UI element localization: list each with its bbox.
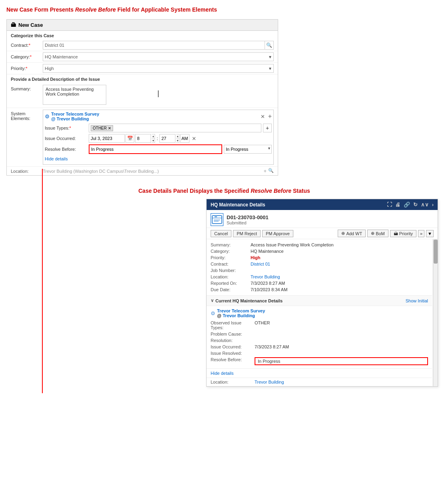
- detail-summary-label: Summary:: [211, 242, 251, 247]
- issue-types-label: Issue Types:*: [45, 126, 89, 130]
- se-name-row: ⚙ Trevor Telecom Survey @ Trevor Buildin…: [211, 308, 428, 318]
- issue-occurred-detail-value: 7/3/2023 8:27 AM: [255, 344, 289, 349]
- bom-button[interactable]: ⊕ BoM: [367, 230, 388, 237]
- detail-contract-label: Contract:: [211, 262, 251, 266]
- min-up-arrow[interactable]: ▲: [176, 134, 179, 139]
- system-elements-label: System Elements:: [11, 110, 43, 121]
- current-hq-title: ∨ Current HQ Maintenance Details: [211, 298, 283, 303]
- detail-reported-on-label: Reported On:: [211, 281, 251, 286]
- detail-priority-label: Priority:: [211, 255, 251, 260]
- pm-approve-button[interactable]: PM Approve: [262, 230, 293, 237]
- case-status-value: Submitted: [227, 220, 269, 225]
- detail-job-number-row: Job Number:: [211, 267, 428, 274]
- contract-search-icon[interactable]: 🔍: [265, 41, 273, 50]
- se-close-icon[interactable]: ✕: [261, 114, 265, 120]
- summary-textarea[interactable]: Access Issue Preventing Work Completion: [43, 85, 106, 105]
- link-icon[interactable]: 🔗: [404, 202, 410, 208]
- hour-spinner-arrows[interactable]: ▲ ▼: [152, 134, 155, 143]
- contract-input[interactable]: 🔍: [43, 41, 274, 50]
- resolve-before-detail-row: Resolve Before: In Progress: [211, 356, 428, 366]
- system-element-block-details: ⚙ Trevor Telecom Survey @ Trevor Buildin…: [207, 306, 432, 369]
- priority-select[interactable]: High Medium Low: [43, 64, 274, 73]
- add-wt-button[interactable]: ⊕ Add WT: [338, 230, 366, 237]
- form-header-label: New Case: [18, 22, 43, 28]
- bom-plus-icon: ⊕: [371, 231, 374, 236]
- resolve-before-select[interactable]: In Progress Submitted Approved Closed: [224, 145, 272, 154]
- contract-text-input[interactable]: [43, 42, 265, 48]
- resolution-label: Resolution:: [211, 338, 255, 343]
- hour-up-arrow[interactable]: ▲: [152, 134, 155, 139]
- summary-label: Summary:: [11, 85, 43, 91]
- detail-priority-value: High: [251, 255, 428, 260]
- form-header-icon: 🏔: [11, 22, 16, 28]
- expand-icon[interactable]: ⛶: [387, 202, 392, 208]
- min-spinner-arrows[interactable]: ▲ ▼: [176, 134, 179, 143]
- detail-priority-row: Priority: High: [211, 254, 428, 261]
- collapse-icon[interactable]: ∧∨: [421, 202, 429, 208]
- se-header-icons: ✕ +: [261, 113, 272, 120]
- problem-cause-label: Problem Cause:: [211, 332, 255, 336]
- hour-down-arrow[interactable]: ▼: [152, 139, 155, 143]
- pm-reject-button[interactable]: PM Reject: [233, 230, 261, 237]
- min-down-arrow[interactable]: ▼: [176, 139, 179, 143]
- case-panel: HQ Maintenance Details ⛶ 🖨 🔗 ↻ ∧∨ ›: [206, 199, 438, 387]
- category-select[interactable]: HQ Maintenance: [43, 52, 274, 61]
- bottom-section: Case Details Panel Displays the Specifie…: [6, 188, 442, 387]
- priority-label: Priority:*: [11, 66, 43, 71]
- refresh-icon[interactable]: ↻: [413, 202, 418, 208]
- action-buttons-left: Cancel PM Reject PM Approve: [211, 230, 293, 237]
- case-details-scroll-area[interactable]: Summary: Access Issue Preventing Work Co…: [207, 239, 438, 386]
- resolve-before-row-form: Resolve Before: In Progress In Progress …: [45, 144, 272, 155]
- issue-occurred-date-input[interactable]: [89, 134, 125, 143]
- issue-types-input[interactable]: OTHER ✕: [89, 124, 261, 132]
- system-elements-block: ⚙ Trevor Telecom Survey @ Trevor Buildin…: [43, 110, 274, 165]
- location-value-form: Trevor Building (Washington DC Campus\Tr…: [43, 169, 159, 174]
- resolve-before-value-form: In Progress: [91, 147, 113, 152]
- se-name-link2[interactable]: Trevor Building: [223, 313, 255, 318]
- chevron-down-icon[interactable]: ∨: [211, 298, 214, 303]
- issue-type-tag: OTHER ✕: [91, 125, 113, 131]
- detail-summary-row: Summary: Access Issue Preventing Work Co…: [211, 242, 428, 248]
- detail-job-number-label: Job Number:: [211, 268, 251, 273]
- hide-details-link-form[interactable]: Hide details: [45, 156, 68, 161]
- se-name-link1[interactable]: Trevor Telecom Survey: [217, 308, 265, 313]
- detail-contract-row: Contract: District 01: [211, 261, 428, 267]
- observed-types-label: Observed Issue Types:: [211, 320, 255, 330]
- location-detail-label: Location:: [211, 380, 255, 384]
- issue-type-add-button[interactable]: +: [263, 124, 272, 132]
- form-header: 🏔 New Case: [7, 20, 278, 31]
- location-icons: + 🔍: [263, 168, 274, 174]
- issue-type-remove-icon[interactable]: ✕: [108, 126, 111, 130]
- issue-occurred-clear-icon[interactable]: ✕: [192, 136, 196, 142]
- panel-scrollbar-thumb[interactable]: [434, 240, 438, 264]
- more-button[interactable]: »: [418, 230, 424, 237]
- priority-row: Priority:* High Medium Low ▼: [7, 63, 278, 74]
- detail-contract-value[interactable]: District 01: [251, 262, 428, 266]
- location-add-icon[interactable]: +: [263, 168, 267, 174]
- case-id-section: D01-230703-0001 Submitted: [207, 210, 438, 228]
- panel-header-icons: ⛶ 🖨 🔗 ↻ ∧∨ ›: [387, 202, 434, 208]
- categorize-section-label: Categorize this Case: [7, 31, 278, 40]
- location-search-icon[interactable]: 🔍: [268, 168, 274, 174]
- detail-category-label: Category:: [211, 249, 251, 254]
- cancel-button[interactable]: Cancel: [211, 230, 231, 237]
- contract-label: Contract:*: [11, 43, 43, 48]
- observed-types-row: Observed Issue Types: OTHER: [211, 320, 428, 331]
- detail-category-row: Category: HQ Maintenance: [211, 248, 428, 254]
- more-dropdown-arrow[interactable]: ▼: [426, 230, 434, 237]
- location-detail-value[interactable]: Trevor Building: [255, 380, 428, 384]
- contract-row: Contract:* 🔍: [7, 40, 278, 51]
- issue-occurred-label: Issue Occurred:: [45, 136, 89, 141]
- hide-details-link-detail[interactable]: Hide details: [211, 371, 233, 376]
- ampm-select[interactable]: AM PM: [180, 134, 189, 143]
- show-initial-link[interactable]: Show Initial: [406, 298, 428, 303]
- se-title: ⚙ Trevor Telecom Survey @ Trevor Buildin…: [45, 112, 99, 121]
- calendar-icon[interactable]: 📅: [125, 134, 134, 143]
- next-icon[interactable]: ›: [432, 202, 434, 208]
- panel-scrollbar[interactable]: [433, 239, 438, 386]
- print-icon[interactable]: 🖨: [395, 202, 400, 208]
- detail-location-value[interactable]: Trevor Building: [251, 274, 428, 279]
- priority-button[interactable]: 🏔 Priority: [390, 230, 416, 237]
- se-add-icon[interactable]: +: [268, 113, 272, 120]
- time-separator: :: [156, 136, 159, 141]
